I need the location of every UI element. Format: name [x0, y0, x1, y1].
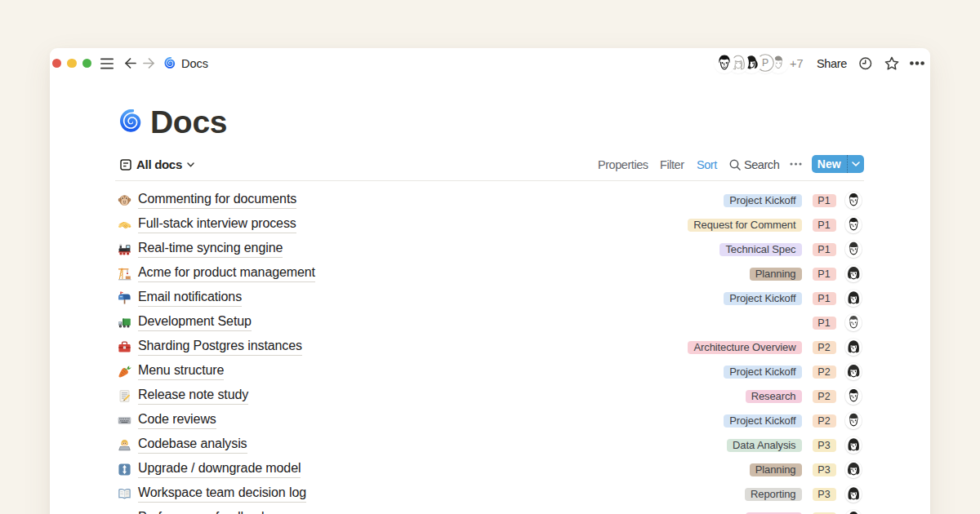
svg-text:P: P: [761, 57, 768, 69]
